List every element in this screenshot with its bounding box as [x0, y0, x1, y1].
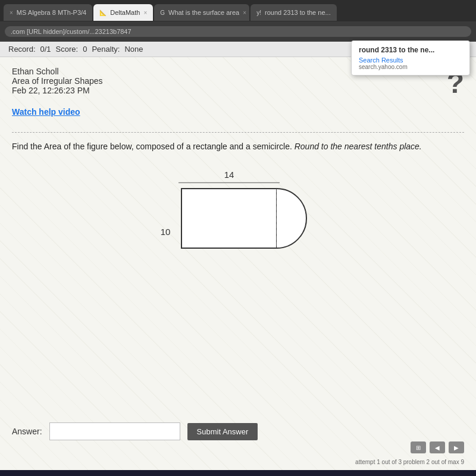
penalty-value: None	[124, 45, 143, 54]
figure-svg: 14 10	[143, 165, 333, 284]
rectangle-shape	[181, 189, 277, 248]
record-value: 0/1	[40, 45, 51, 54]
tab-algebra[interactable]: × MS Algebra 8 MTh-P3/4	[4, 4, 92, 21]
address-bar-row: .com [URL hidden]/custom/...23213b7847	[0, 21, 476, 42]
tab-deltamath[interactable]: 📐 DeltaMath ×	[93, 4, 153, 21]
tab-close-surface[interactable]: ×	[243, 10, 246, 16]
submit-button[interactable]: Submit Answer	[187, 423, 258, 440]
score-label: Score:	[56, 45, 79, 54]
tab-round[interactable]: y! round 2313 to the ne...	[250, 4, 336, 21]
toolbar-icon-2[interactable]: ◀	[430, 441, 445, 453]
width-label: 14	[224, 170, 234, 180]
main-content: ? Ethan Scholl Area of Irregular Shapes …	[0, 57, 476, 470]
date-time: Feb 22, 12:26:23 PM	[12, 86, 464, 95]
browser-chrome: × MS Algebra 8 MTh-P3/4 📐 DeltaMath × G …	[0, 0, 476, 42]
attempt-text: attempt 1 out of 3 problem 2 out of max …	[355, 459, 464, 465]
tab-close-deltamath[interactable]: ×	[143, 10, 147, 16]
height-label: 10	[161, 227, 171, 237]
popup-subtitle[interactable]: Search Results	[359, 57, 462, 64]
address-bar[interactable]: .com [URL hidden]/custom/...23213b7847	[5, 26, 471, 37]
figure-container: 14 10	[12, 165, 464, 284]
toolbar-icon-3[interactable]: ▶	[449, 441, 464, 453]
tab-bar: × MS Algebra 8 MTh-P3/4 📐 DeltaMath × G …	[0, 0, 476, 21]
tab-label-surface: What is the surface area	[168, 9, 239, 16]
subject-name: Area of Irregular Shapes	[12, 76, 464, 86]
dropdown-popup: round 2313 to the ne... Search Results s…	[351, 40, 470, 76]
tab-label-round: round 2313 to the ne...	[265, 9, 331, 16]
google-favicon: G	[160, 10, 165, 16]
tab-surface-area[interactable]: G What is the surface area ×	[154, 4, 249, 21]
penalty-label: Penalty:	[92, 45, 120, 54]
record-label: Record:	[8, 45, 36, 54]
section-divider	[12, 132, 464, 133]
problem-main-text: Find the Area of the figure below, compo…	[12, 142, 292, 151]
tab-label-deltamath: DeltaMath	[110, 9, 140, 16]
problem-text: Find the Area of the figure below, compo…	[12, 140, 464, 153]
help-video-link[interactable]: Watch help video	[12, 107, 80, 117]
tab-label-algebra: MS Algebra 8 MTh-P3/4	[17, 9, 86, 16]
semicircle-shape	[277, 189, 306, 248]
score-value: 0	[83, 45, 87, 54]
deltamath-favicon: 📐	[99, 10, 107, 16]
toolbar-icon-1[interactable]: ⊞	[411, 441, 426, 453]
bottom-toolbar: ⊞ ◀ ▶	[411, 441, 464, 453]
problem-italic-text: Round to the nearest tenths place.	[295, 142, 422, 151]
yahoo-favicon: y!	[256, 10, 261, 16]
popup-title: round 2313 to the ne...	[359, 46, 462, 54]
answer-label: Answer:	[12, 427, 42, 436]
tab-close-algebra[interactable]: ×	[10, 10, 13, 16]
answer-input[interactable]	[49, 422, 180, 440]
popup-source: search.yahoo.com	[359, 64, 462, 70]
answer-row: Answer: Submit Answer	[12, 422, 464, 440]
